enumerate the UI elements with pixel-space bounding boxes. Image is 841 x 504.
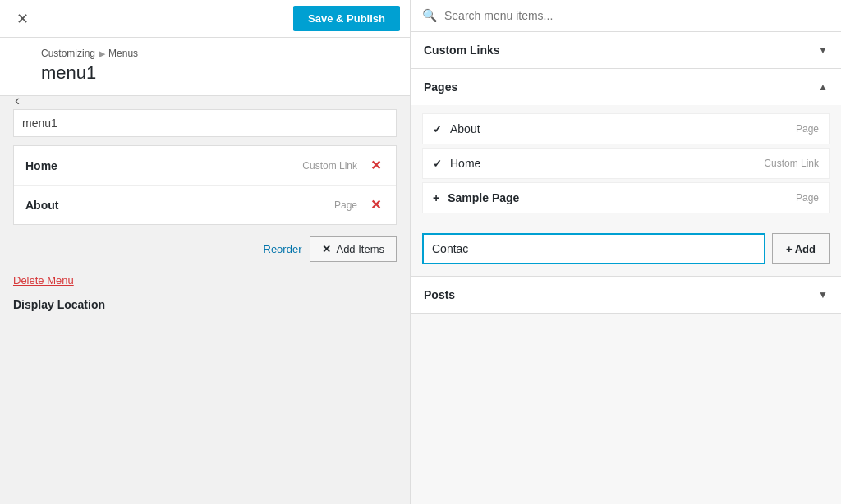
remove-about-button[interactable]: ✕: [367, 195, 384, 214]
menu-item-name: Home: [25, 159, 302, 172]
menu-title: menu1: [41, 62, 393, 84]
page-item-type: Custom Link: [764, 158, 819, 169]
page-item-sample: Sample Page: [448, 191, 796, 204]
right-panel: 🔍 Custom Links ▼ Pages ▲ ✓ About Page ✓ …: [411, 0, 841, 504]
check-icon: ✓: [433, 158, 442, 170]
breadcrumb: Customizing ▶ Menus: [41, 48, 393, 59]
custom-links-label: Custom Links: [424, 44, 500, 57]
chevron-down-icon: ▼: [818, 289, 828, 300]
custom-link-input-area: + Add: [411, 225, 841, 276]
pages-content: ✓ About Page ✓ Home Custom Link + Sample…: [411, 105, 841, 225]
menu-name-input[interactable]: [13, 109, 397, 137]
display-location-label: Display Location: [13, 298, 397, 311]
posts-section: Posts ▼: [411, 277, 841, 314]
bottom-actions: Reorder ✕ Add Items: [13, 236, 397, 262]
breadcrumb-arrow: ▶: [99, 48, 105, 59]
breadcrumb-parent: Customizing: [41, 48, 95, 59]
custom-link-text-input[interactable]: [422, 233, 765, 264]
delete-menu-link[interactable]: Delete Menu: [13, 274, 74, 286]
list-item: ✓ Home Custom Link: [422, 148, 830, 179]
breadcrumb-area: ‹ Customizing ▶ Menus menu1: [0, 38, 410, 96]
pages-label: Pages: [424, 80, 457, 94]
table-row: About Page ✕: [14, 186, 396, 224]
menu-items-list: Home Custom Link ✕ About Page ✕: [13, 145, 397, 225]
page-item-about: About: [450, 122, 796, 135]
pages-section: Pages ▲ ✓ About Page ✓ Home Custom Link …: [411, 69, 841, 277]
add-button[interactable]: + Add: [772, 233, 830, 264]
x-icon: ✕: [322, 243, 331, 255]
left-panel: ✕ Save & Publish ‹ Customizing ▶ Menus m…: [0, 0, 411, 504]
save-publish-button[interactable]: Save & Publish: [293, 6, 400, 31]
posts-header[interactable]: Posts ▼: [411, 277, 841, 313]
list-item: ✓ About Page: [422, 113, 830, 144]
left-content: Home Custom Link ✕ About Page ✕ Reorder …: [0, 96, 410, 504]
add-items-label: Add Items: [336, 243, 384, 255]
reorder-link[interactable]: Reorder: [264, 243, 302, 255]
pages-header[interactable]: Pages ▲: [411, 69, 841, 105]
chevron-up-icon: ▲: [818, 81, 828, 93]
page-item-home: Home: [450, 157, 764, 170]
page-item-type: Page: [796, 192, 819, 204]
plus-icon: +: [433, 191, 439, 204]
menu-item-type: Page: [334, 199, 357, 211]
add-items-button[interactable]: ✕ Add Items: [310, 236, 397, 262]
add-button-label: + Add: [786, 243, 816, 255]
search-input[interactable]: [444, 9, 830, 22]
chevron-down-icon: ▼: [818, 44, 828, 56]
top-bar: ✕ Save & Publish: [0, 0, 410, 38]
back-button[interactable]: ‹: [11, 89, 23, 112]
posts-label: Posts: [424, 288, 455, 301]
custom-links-header[interactable]: Custom Links ▼: [411, 32, 841, 68]
search-bar: 🔍: [411, 0, 841, 32]
remove-home-button[interactable]: ✕: [367, 156, 384, 175]
search-icon: 🔍: [422, 8, 438, 23]
check-icon: ✓: [433, 123, 442, 135]
menu-item-type: Custom Link: [302, 160, 357, 172]
list-item: + Sample Page Page: [422, 182, 830, 213]
menu-item-name: About: [25, 199, 334, 212]
custom-links-section: Custom Links ▼: [411, 32, 841, 69]
close-button[interactable]: ✕: [10, 7, 35, 31]
page-item-type: Page: [796, 123, 819, 135]
table-row: Home Custom Link ✕: [14, 146, 396, 186]
breadcrumb-current: Menus: [108, 48, 138, 59]
